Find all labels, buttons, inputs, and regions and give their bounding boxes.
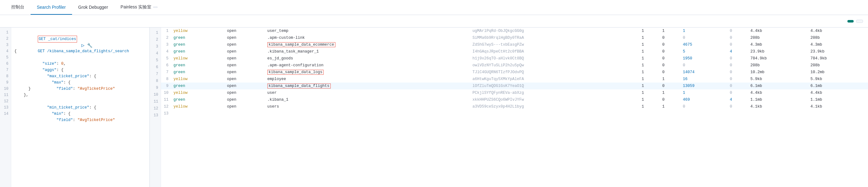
wrench-icon[interactable]: 🔧 [87, 43, 92, 49]
row-docs-count: 13059 [681, 83, 727, 89]
row-uuid: h1j9x26qTO-aHlvk0Ct8BQ [470, 55, 639, 62]
row-store-size: 4.3mb [748, 41, 808, 48]
row-uuid: lOfZluTmQDG1GsK7YeaO1Q [470, 83, 639, 89]
row-index: kibana_sample_data_logs [265, 69, 470, 76]
row-rep: 1 [660, 28, 681, 34]
tab-console[interactable]: 控制台 [5, 0, 31, 15]
line3-get: GET /kibana_sample_data_flights/_search [38, 49, 129, 53]
row-pri-store-size: 1.1mb [808, 96, 868, 103]
editor-line-numbers: 12345 678910 11121314 [0, 28, 11, 187]
row-num: 11 [161, 96, 171, 103]
beta-badge [153, 6, 158, 8]
row-docs-count: 16 [681, 76, 727, 83]
row-store-size: 4.4kb [748, 28, 808, 34]
row-pri-store-size: 4.4kb [808, 28, 868, 34]
row-pri-store-size: 208b [808, 62, 868, 69]
row-pri-store-size: 10.2mb [808, 69, 868, 76]
row-pri: 1 [639, 34, 659, 41]
row-docs-deleted: 0 [727, 76, 748, 83]
table-row: 11 green open .kibana_1 xkkHHPUZS6CQo6WP… [161, 96, 868, 103]
top-nav: 控制台 Search Profiler Grok Debugger Painle… [0, 0, 868, 15]
row-state: open [224, 83, 265, 89]
row-num: 13 [161, 110, 171, 117]
row-status: green [171, 62, 224, 69]
run-icon[interactable]: ▷ [82, 43, 85, 49]
row-docs-deleted [727, 110, 748, 117]
row-docs-deleted: 0 [727, 103, 748, 110]
tab-painless[interactable]: Painless 实验室 [114, 0, 164, 15]
row-index: .kibana_task_manager_1 [265, 48, 470, 55]
row-rep: 0 [660, 48, 681, 55]
row-docs-count: 14074 [681, 69, 727, 76]
row-store-size: 10.2mb [748, 69, 808, 76]
row-uuid: a3VD59ceSzyx0p4H2L1byg [470, 103, 639, 110]
row-pri-store-size: 6.1mb [808, 83, 868, 89]
tab-grok-debugger[interactable]: Grok Debugger [72, 0, 115, 15]
row-rep: 1 [660, 103, 681, 110]
row-num: 5 [161, 55, 171, 62]
row-status: yellow [171, 103, 224, 110]
row-pri-store-size: 784.9kb [808, 55, 868, 62]
second-nav [0, 15, 868, 28]
row-state: open [224, 62, 265, 69]
row-status: green [171, 41, 224, 48]
row-uuid [470, 110, 639, 117]
row-pri: 1 [639, 76, 659, 83]
row-status: yellow [171, 89, 224, 96]
row-num: 9 [161, 83, 171, 89]
row-status [171, 110, 224, 117]
row-docs-count: 0 [681, 103, 727, 110]
result-line-numbers: 12345 678910 111213 [150, 28, 161, 187]
result-panel-inner: 12345 678910 111213 1 yellow open user_t… [150, 28, 868, 187]
row-status: green [171, 48, 224, 55]
row-uuid: xkkHHPUZS6CQo6WPIvJYFw [470, 96, 639, 103]
row-pri-store-size: 4.3mb [808, 41, 868, 48]
row-rep [660, 110, 681, 117]
row-docs-deleted: 0 [727, 55, 748, 62]
row-pri: 1 [639, 89, 659, 96]
row-docs-count: 5 [681, 48, 727, 55]
table-row: 10 yellow open user PCkjlSYfQFynREVa-abX… [161, 89, 868, 96]
status-area [847, 20, 863, 23]
row-pri: 1 [639, 62, 659, 69]
table-row: 5 yellow open es_jd_goods h1j9x26qTO-aHl… [161, 55, 868, 62]
row-index: kibana_sample_data_ecommerce [265, 41, 470, 48]
row-docs-count: 4675 [681, 41, 727, 48]
row-rep: 0 [660, 41, 681, 48]
row-rep: 0 [660, 34, 681, 41]
row-docs-deleted: 4 [727, 96, 748, 103]
row-pri: 1 [639, 41, 659, 48]
row-state [224, 110, 265, 117]
row-index: .apm-agent-configuration [265, 62, 470, 69]
row-state: open [224, 76, 265, 83]
table-row: 1 yellow open user_temp ugMArlPqRd-ObJQk… [161, 28, 868, 34]
tab-search-profiler[interactable]: Search Profiler [31, 0, 72, 15]
row-index: kibana_sample_data_flights [265, 83, 470, 89]
editor-content[interactable]: GET _cat/indices ▷ 🔧 GET /kibana_sample_… [11, 28, 150, 187]
row-docs-count [681, 110, 727, 117]
editor-panel: 12345 678910 11121314 GET _cat/indices ▷… [0, 28, 150, 187]
row-docs-count: 1950 [681, 55, 727, 62]
row-index [265, 110, 470, 117]
row-state: open [224, 69, 265, 76]
table-row: 4 green open .kibana_task_manager_1 I4hG… [161, 48, 868, 55]
editor-lines: 12345 678910 11121314 GET _cat/indices ▷… [0, 28, 150, 187]
results-panel: 12345 678910 111213 1 yellow open user_t… [150, 28, 868, 187]
table-row: 6 green open .apm-agent-configuration ow… [161, 62, 868, 69]
row-num: 8 [161, 76, 171, 83]
row-pri: 1 [639, 55, 659, 62]
table-row: 7 green open kibana_sample_data_logs TJl… [161, 69, 868, 76]
editor-line-11: }, [14, 92, 146, 98]
row-uuid: SiMMa6b9RrqlHgBDy0TRaA [470, 34, 639, 41]
row-pri: 1 [639, 103, 659, 110]
row-uuid: ZdShG7wyS---txbEasgPZw [470, 41, 639, 48]
row-store-size: 1.1mb [748, 96, 808, 103]
row-pri-store-size: 23.9kb [808, 48, 868, 55]
row-uuid: TJlC4GUQRN6TIzfPJOdvPQ [470, 69, 639, 76]
row-uuid: ugMArlPqRd-ObJQkgcGG0g [470, 28, 639, 34]
row-pri-store-size: 4.1kb [808, 103, 868, 110]
row-state: open [224, 96, 265, 103]
row-state: open [224, 103, 265, 110]
run-icons: ▷ 🔧 [82, 43, 92, 49]
row-docs-deleted: 0 [727, 83, 748, 89]
